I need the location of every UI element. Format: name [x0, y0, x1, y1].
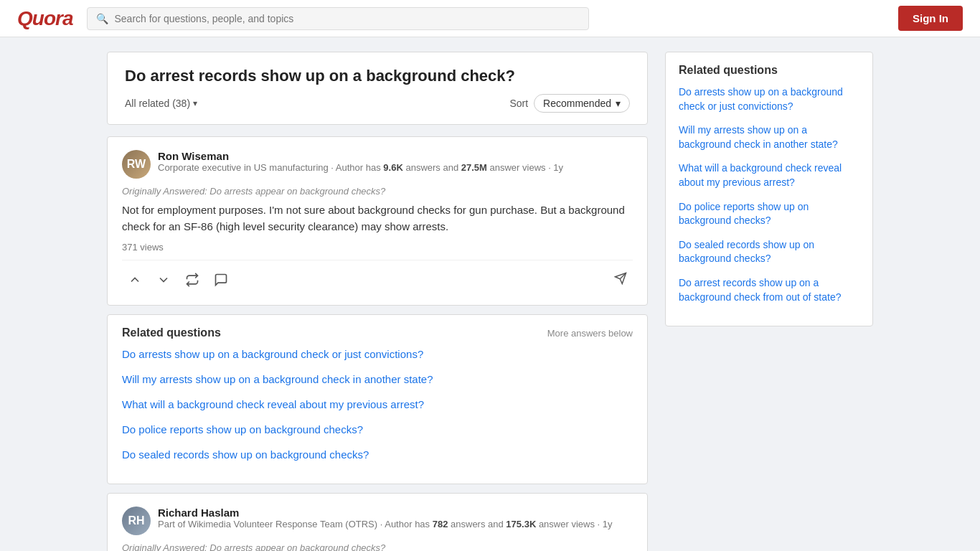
list-item: Do police reports show up on background … — [679, 200, 859, 228]
list-item: What will a background check reveal abou… — [122, 397, 633, 412]
author-answers-count-richard: 782 — [433, 519, 448, 529]
search-input[interactable] — [114, 13, 580, 24]
author-answers-suffix-ron: answers and — [403, 162, 461, 173]
answer-text-ron: Not for employment purposes. I'm not sur… — [122, 202, 633, 235]
related-questions-title: Related questions — [679, 64, 859, 77]
author-answers-suffix-richard: answers and — [448, 519, 506, 529]
author-info-richard: Richard Haslam Part of Wikimedia Volunte… — [158, 507, 633, 529]
downvote-button-ron[interactable] — [151, 268, 176, 291]
upvote-button-ron[interactable] — [122, 268, 148, 291]
views-count-ron: 371 views — [122, 242, 633, 253]
list-item: Do arrests show up on a background check… — [679, 85, 859, 113]
chevron-down-icon: ▾ — [193, 98, 197, 108]
share-button-ron[interactable] — [608, 268, 633, 292]
avatar-richard: RH — [122, 507, 151, 535]
sort-value: Recommended — [543, 98, 611, 109]
related-inline-link-1[interactable]: Do arrests show up on a background check… — [122, 348, 423, 360]
answer-card-richard: RH Richard Haslam Part of Wikimedia Volu… — [107, 493, 648, 551]
list-item: Do police reports show up on background … — [122, 422, 633, 437]
originally-answered-richard: Originally Answered: Do arrests appear o… — [122, 542, 633, 551]
question-box: Do arrest records show up on a backgroun… — [107, 52, 648, 125]
list-item: Will my arrests show up on a background … — [122, 372, 633, 387]
author-meta-richard: Part of Wikimedia Volunteer Response Tea… — [158, 519, 633, 529]
sidebar-related-link-6[interactable]: Do arrest records show up on a backgroun… — [679, 277, 841, 303]
search-bar[interactable]: 🔍 — [87, 7, 589, 30]
related-inline-card: Related questions More answers below Do … — [107, 314, 648, 484]
originally-answered-ron: Originally Answered: Do arrests appear o… — [122, 186, 633, 197]
sort-label: Sort — [509, 98, 528, 109]
author-meta-prefix-ron: Corporate executive in US manufacturing … — [158, 162, 383, 173]
author-answers-count-ron: 9.6K — [383, 162, 402, 173]
author-meta-ron: Corporate executive in US manufacturing … — [158, 162, 633, 173]
list-item: Will my arrests show up on a background … — [679, 123, 859, 151]
list-item: What will a background check reveal abou… — [679, 161, 859, 189]
filter-sort-bar: All related (38) ▾ Sort Recommended ▾ — [125, 94, 630, 113]
related-inline-link-4[interactable]: Do police reports show up on background … — [122, 423, 363, 435]
list-item: Do arrests show up on a background check… — [122, 347, 633, 362]
list-item: Do arrest records show up on a backgroun… — [679, 276, 859, 304]
related-inline-title-text: Related questions — [122, 326, 221, 339]
author-views-ron: 27.5M — [461, 162, 487, 173]
more-answers-below: More answers below — [547, 328, 633, 339]
author-name-ron[interactable]: Ron Wiseman — [158, 150, 633, 162]
all-related-label: All related (38) — [125, 98, 190, 109]
all-related-filter[interactable]: All related (38) ▾ — [125, 98, 197, 109]
author-row-ron: RW Ron Wiseman Corporate executive in US… — [122, 150, 633, 179]
main-column: Do arrest records show up on a backgroun… — [107, 52, 648, 551]
related-inline-link-2[interactable]: Will my arrests show up on a background … — [122, 373, 433, 385]
refresh-button-ron[interactable] — [179, 268, 205, 291]
related-inline-link-3[interactable]: What will a background check reveal abou… — [122, 398, 424, 410]
author-views-suffix-ron: answer views · 1y — [487, 162, 563, 173]
list-item: Do sealed records show up on background … — [679, 238, 859, 266]
list-item: Do sealed records show up on background … — [122, 447, 633, 462]
author-info-ron: Ron Wiseman Corporate executive in US ma… — [158, 150, 633, 173]
related-questions-box: Related questions Do arrests show up on … — [665, 52, 873, 326]
sidebar-related-link-2[interactable]: Will my arrests show up on a background … — [679, 124, 838, 150]
related-inline-list: Do arrests show up on a background check… — [122, 347, 633, 462]
author-meta-prefix-richard: Part of Wikimedia Volunteer Response Tea… — [158, 519, 433, 529]
action-bar-ron — [122, 260, 633, 292]
search-icon: 🔍 — [96, 13, 108, 24]
author-row-richard: RH Richard Haslam Part of Wikimedia Volu… — [122, 507, 633, 535]
avatar-ron: RW — [122, 150, 151, 179]
sort-dropdown[interactable]: Recommended ▾ — [534, 94, 630, 113]
related-inline-header: Related questions More answers below — [122, 326, 633, 339]
author-views-richard: 175.3K — [506, 519, 536, 529]
right-column: Related questions Do arrests show up on … — [665, 52, 873, 551]
author-name-richard[interactable]: Richard Haslam — [158, 507, 633, 519]
sidebar-related-link-3[interactable]: What will a background check reveal abou… — [679, 162, 842, 188]
answer-card-ron: RW Ron Wiseman Corporate executive in US… — [107, 136, 648, 306]
comment-button-ron[interactable] — [208, 268, 234, 291]
sidebar-related-link-4[interactable]: Do police reports show up on background … — [679, 201, 809, 227]
sign-in-button[interactable]: Sign In — [898, 6, 963, 31]
sidebar-related-link-5[interactable]: Do sealed records show up on background … — [679, 239, 814, 265]
related-questions-list: Do arrests show up on a background check… — [679, 85, 859, 304]
author-views-suffix-richard: answer views · 1y — [536, 519, 612, 529]
sort-chevron-icon: ▾ — [616, 98, 621, 109]
question-title: Do arrest records show up on a backgroun… — [125, 67, 630, 85]
related-inline-link-5[interactable]: Do sealed records show up on background … — [122, 448, 369, 461]
quora-logo: Quora — [17, 7, 72, 30]
sidebar-related-link-1[interactable]: Do arrests show up on a background check… — [679, 86, 843, 112]
sort-section: Sort Recommended ▾ — [509, 94, 630, 113]
